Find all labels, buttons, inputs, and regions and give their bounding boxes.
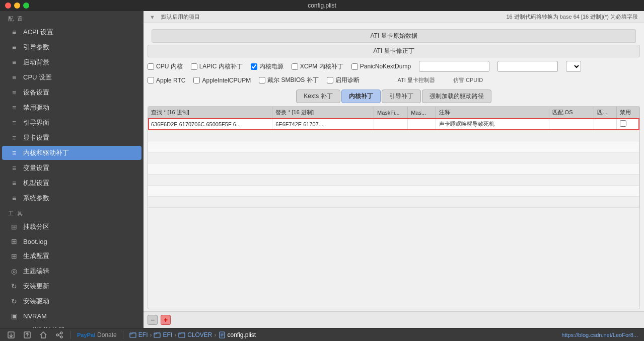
add-row-button[interactable]: +	[161, 315, 171, 325]
table-row[interactable]	[148, 186, 639, 197]
kernel-power-checkbox[interactable]: 内核电源	[251, 62, 283, 71]
sidebar-item-cpu[interactable]: ≡ CPU 设置	[2, 70, 141, 84]
fake-cpuid-label: 仿冒 CPUID	[453, 76, 483, 84]
list-icon: ≡	[10, 149, 18, 157]
list-icon: ≡	[10, 104, 18, 112]
enable-diag-input[interactable]	[327, 77, 333, 83]
efi-folder-icon	[129, 331, 136, 338]
sidebar-item-bootlog[interactable]: ⊞ Boot.log	[2, 235, 141, 248]
grid-icon: ⊞	[10, 237, 18, 245]
kernel-power-input[interactable]	[251, 63, 257, 70]
cpu-core-input[interactable]	[148, 63, 154, 70]
minimize-button[interactable]	[14, 3, 20, 9]
xcpm-input[interactable]	[292, 63, 298, 70]
circle-icon: ◎	[10, 267, 18, 275]
tab-kexts[interactable]: Kexts 补丁	[296, 90, 340, 103]
statusbar-divider	[70, 331, 71, 339]
xcpm-checkbox[interactable]: XCPM 内核补丁	[292, 62, 343, 71]
sidebar-item-mount-partition[interactable]: ⊞ 挂载分区	[2, 220, 141, 234]
grid-icon: ⊞	[10, 252, 18, 260]
info-bar-right: 16 进制代码将转换为 base 64 [16 进制](*) 为必填字段	[506, 13, 638, 21]
tab-force-load[interactable]: 强制加载的驱动路径	[422, 90, 491, 103]
sidebar-item-boot-bg[interactable]: ≡ 启动背景	[2, 55, 141, 69]
svg-point-5	[60, 336, 62, 338]
apple-rtc-checkbox[interactable]: Apple RTC	[148, 77, 185, 84]
panic-no-kext-dump-input[interactable]	[351, 63, 358, 70]
table-row[interactable]: 636F6D2E 6170706C 65005F5F 6... 6E6F742E…	[148, 118, 639, 130]
row-disable-checkbox[interactable]	[620, 120, 626, 127]
ati-patch-label: ATI 显卡修正丁	[152, 47, 635, 55]
ati-controller-label: ATI 显卡控制器	[398, 76, 435, 84]
apple-rtc-input[interactable]	[148, 77, 154, 83]
sidebar-item-display[interactable]: ≡ 显卡设置	[2, 131, 141, 145]
expand-button[interactable]: ▼	[150, 14, 155, 20]
breadcrumb-config[interactable]: config.plist	[228, 331, 256, 338]
sidebar-item-theme-editor[interactable]: ◎ 主题编辑	[2, 264, 141, 278]
table-row[interactable]	[148, 163, 639, 175]
apple-intel-cpu-pm-input[interactable]	[193, 77, 200, 83]
sidebar-item-nvram[interactable]: ▣ NVRAM	[2, 309, 141, 322]
col-disable: 禁用	[617, 107, 639, 118]
lapic-input[interactable]	[191, 63, 197, 70]
remove-row-button[interactable]: −	[148, 315, 158, 325]
sidebar-item-boot-args[interactable]: ≡ 引导参数	[2, 40, 141, 54]
breadcrumb-clover[interactable]: CLOVER	[187, 331, 212, 338]
sidebar-item-boot-ui[interactable]: ≡ 引导界面	[2, 116, 141, 130]
apple-intel-cpu-pm-checkbox[interactable]: AppleIntelCPUPM	[193, 77, 251, 84]
sidebar-item-device[interactable]: ≡ 设备设置	[2, 86, 141, 100]
cpuid-select[interactable]	[566, 61, 581, 72]
sidebar-item-sys-params[interactable]: ≡ 系统参数	[2, 191, 141, 205]
table-row[interactable]	[148, 197, 639, 208]
cpu-core-checkbox[interactable]: CPU 内核	[148, 62, 183, 71]
close-button[interactable]	[5, 3, 11, 9]
col-match-os: 匹配 OS	[549, 107, 594, 118]
lapic-checkbox[interactable]: LAPIC 内核补丁	[191, 62, 243, 71]
breadcrumb-efi1[interactable]: EFI	[138, 331, 148, 338]
info-bar-left: 默认启用的项目	[161, 13, 200, 21]
tab-kernel[interactable]: 内核补丁	[341, 90, 381, 103]
sidebar-item-hex-converter[interactable]: ↻ 16 进制转换器	[2, 323, 141, 328]
dale-smbios-input[interactable]	[259, 77, 265, 83]
window-controls[interactable]	[5, 3, 29, 9]
list-icon: ≡	[10, 119, 18, 127]
fake-cpuid-input[interactable]	[497, 61, 558, 72]
url-link[interactable]: https://blog.csdn.net/LeoFor8...	[561, 332, 638, 338]
info-bar: ▼ 默认启用的项目 16 进制代码将转换为 base 64 [16 进制](*)…	[144, 11, 644, 23]
refresh-icon: ↻	[10, 297, 18, 305]
cell-match-os	[549, 118, 594, 130]
ati-raw-header: ATI 显卡原始数据	[152, 29, 636, 43]
ati-controller-input[interactable]	[419, 61, 489, 72]
maximize-button[interactable]	[23, 3, 29, 9]
table-row[interactable]	[148, 130, 639, 141]
col-mas: Mas...	[408, 107, 436, 118]
table-row[interactable]	[148, 175, 639, 186]
home-icon[interactable]	[38, 330, 48, 340]
table-row[interactable]	[148, 152, 639, 163]
sidebar-item-disable-driver[interactable]: ≡ 禁用驱动	[2, 101, 141, 115]
svg-rect-10	[154, 333, 160, 337]
sidebar-item-install-driver[interactable]: ↻ 安装驱动	[2, 294, 141, 308]
panic-no-kext-dump-checkbox[interactable]: PanicNoKextDump	[351, 63, 411, 70]
export-icon[interactable]	[22, 330, 32, 340]
sidebar-item-install-update[interactable]: ↻ 安装更新	[2, 279, 141, 293]
sidebar-item-acpi[interactable]: ≡ ACPI 设置	[2, 25, 141, 39]
donate-area[interactable]: PayPal Donate	[77, 331, 117, 338]
bottom-toolbar: − +	[144, 311, 644, 328]
sidebar-item-var-settings[interactable]: ≡ 变量设置	[2, 161, 141, 175]
share-icon[interactable]	[54, 330, 64, 340]
sidebar-item-gen-config[interactable]: ⊞ 生成配置	[2, 249, 141, 263]
window-title: config.plist	[308, 2, 336, 9]
tab-boot-patch[interactable]: 引导补丁	[382, 90, 421, 103]
import-icon[interactable]	[6, 330, 16, 340]
cell-maskfi	[374, 118, 407, 130]
cell-disable[interactable]	[617, 118, 639, 130]
efi-folder-icon2	[154, 331, 161, 338]
sidebar-item-model-settings[interactable]: ≡ 机型设置	[2, 176, 141, 190]
tabs-bar: Kexts 补丁 内核补丁 引导补丁 强制加载的驱动路径	[144, 87, 644, 104]
breadcrumb-efi2[interactable]: EFI	[163, 331, 172, 338]
table-row[interactable]	[148, 141, 639, 152]
sidebar-item-kernel-patch[interactable]: ≡ 内核和驱动补丁	[2, 146, 141, 160]
list-icon: ≡	[10, 194, 18, 202]
enable-diag-checkbox[interactable]: 启用诊断	[327, 76, 360, 84]
dale-smbios-checkbox[interactable]: 戴尔 SMBIOS 补丁	[259, 76, 318, 84]
